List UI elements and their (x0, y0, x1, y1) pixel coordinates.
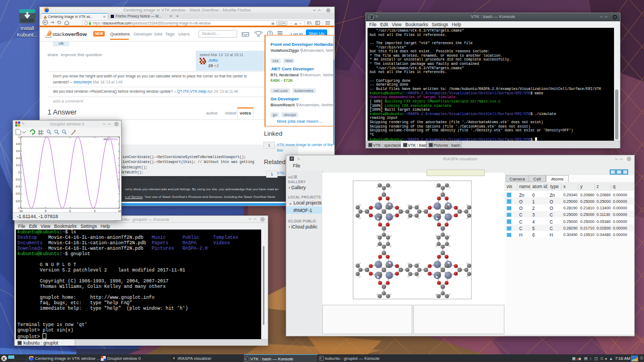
svg-text:-0.2: -0.2 (15, 178, 20, 181)
svg-text:K: K (3, 355, 7, 361)
svg-text:0.2: 0.2 (16, 164, 20, 167)
svg-text:0.8: 0.8 (16, 143, 20, 146)
svg-text:-0.4: -0.4 (15, 185, 20, 188)
svg-text:1: 1 (18, 136, 20, 138)
svg-text:-0.8: -0.8 (15, 200, 20, 203)
svg-text:-0.6: -0.6 (15, 192, 20, 195)
svg-text:0.4: 0.4 (16, 157, 20, 160)
svg-text:0: 0 (18, 171, 20, 174)
svg-text:0.6: 0.6 (16, 150, 20, 153)
